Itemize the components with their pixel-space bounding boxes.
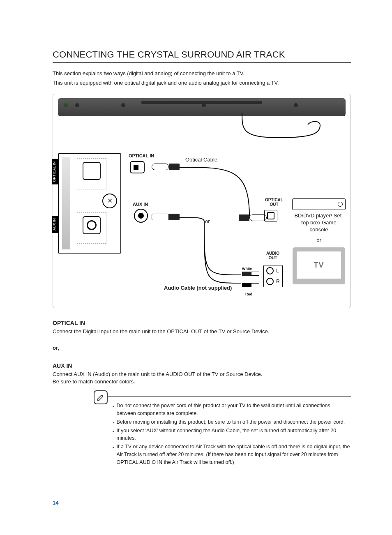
aux-in-jack-icon — [133, 208, 149, 224]
svg-rect-1 — [134, 165, 138, 170]
note-icon — [94, 390, 108, 404]
player-device-icon — [292, 198, 346, 210]
aux-in-body-2: Be sure to match connector colors. — [53, 378, 135, 385]
aux-in-label: AUX IN — [133, 202, 148, 207]
note-4: If a TV or any device connected to Air T… — [117, 443, 351, 466]
notes-section: ▪Do not connect the power cord of this p… — [94, 397, 351, 467]
optical-plug-left — [152, 163, 180, 171]
optical-in-port — [77, 158, 106, 189]
svg-point-3 — [138, 213, 144, 219]
white-label: White — [242, 267, 252, 271]
or-label-2: or — [292, 237, 346, 243]
aux-in-port-vertical-label: AUX IN — [52, 216, 59, 233]
page-number: 14 — [53, 500, 351, 506]
aux-in-body: Connect AUX IN (Audio) on the main unit … — [53, 371, 351, 386]
optical-in-label: OPTICAL IN — [129, 153, 154, 158]
aux-in-port — [77, 212, 106, 244]
subwoofer-rear-panel: OPTICAL IN AUX IN ✕ — [58, 153, 121, 254]
optical-in-body: Connect the Digital Input on the main un… — [53, 328, 351, 336]
intro-line-2: This unit is equipped with one optical d… — [53, 78, 351, 88]
audio-cable-path — [180, 217, 266, 287]
audio-out-jacks: L R — [263, 265, 283, 287]
optical-in-port-vertical-label: OPTICAL IN — [52, 159, 59, 184]
audio-plug-red — [242, 283, 259, 287]
audio-out-label: AUDIOOUT — [263, 251, 283, 260]
optical-out-jack — [264, 210, 277, 221]
section-heading: CONNECTING THE CRYSTAL SURROUND AIR TRAC… — [53, 49, 351, 63]
aux-in-body-1: Connect AUX IN (Audio) on the main unit … — [53, 371, 262, 377]
audio-cable-label: Audio Cable (not supplied) — [164, 285, 232, 291]
optical-cable-label: Optical Cable — [185, 157, 217, 163]
note-2: Before moving or installing this product… — [117, 418, 345, 426]
audio-plug-white — [242, 272, 259, 276]
or-separator: or, — [53, 345, 351, 351]
soundbar-cable — [58, 116, 346, 149]
optical-out-label: OPTICALOUT — [262, 198, 286, 207]
intro-text: This section explains two ways (digital … — [53, 69, 351, 88]
or-label-1: or — [205, 218, 210, 224]
note-3: If you select 'AUX' without connecting t… — [117, 427, 351, 443]
optical-in-heading: OPTICAL IN — [53, 320, 351, 326]
external-devices: BD/DVD player/ Set-top box/ Game console… — [292, 198, 346, 285]
right-channel-label: R — [276, 279, 280, 284]
note-1: Do not connect the power cord of this pr… — [117, 402, 351, 417]
red-label: Red — [245, 292, 252, 296]
aux-plug-left — [152, 213, 180, 221]
tv-icon: TV — [293, 247, 345, 284]
intro-line-1: This section explains two ways (digital … — [53, 69, 351, 78]
device-list-label: BD/DVD player/ Set-top box/ Game console — [292, 212, 346, 233]
power-button-icon: ✕ — [102, 194, 117, 208]
optical-cable-path — [180, 167, 254, 221]
optical-in-jack-icon — [129, 160, 149, 175]
left-channel-label: L — [276, 268, 279, 274]
aux-in-heading: AUX IN — [53, 362, 351, 369]
connection-diagram: OPTICAL IN AUX IN ✕ OPTICAL IN Optical C… — [53, 94, 351, 308]
